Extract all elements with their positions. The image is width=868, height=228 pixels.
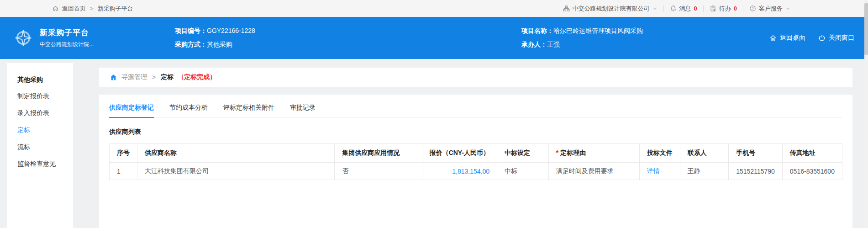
cell-supplier-name: 大江科技集团有限公司: [137, 163, 335, 180]
scrollbar-thumb[interactable]: [864, 3, 868, 55]
cell-bid-document: 详情: [639, 163, 680, 180]
cell-seq: 1: [110, 163, 137, 180]
cell-award-reason: 满足时间及费用要求: [548, 163, 639, 180]
topbar-separator: >: [90, 5, 94, 12]
power-icon: [818, 34, 826, 42]
tab-label: 审批记录: [290, 104, 316, 111]
vertical-scrollbar[interactable]: [864, 0, 868, 228]
organization-icon: [563, 5, 570, 12]
project-name-label: 项目名称：: [521, 27, 553, 34]
clipboard-icon: [710, 5, 716, 12]
app-header: 新采购子平台 中交公路规划设计院... 项目编号：GGY22166-1228 采…: [0, 17, 868, 59]
breadcrumb-home-icon[interactable]: [110, 74, 117, 81]
col-bid-setting: 中标设定: [497, 144, 549, 163]
close-window-button[interactable]: 关闭窗口: [818, 34, 854, 42]
sidebar-item-supervision-opinion[interactable]: 监督检查意见: [17, 155, 73, 172]
col-fax: 传真地址: [782, 144, 842, 163]
col-supplier-name: 供应商名称: [137, 144, 335, 163]
back-desktop-button[interactable]: 返回桌面: [769, 34, 805, 42]
table-row: 1 大江科技集团有限公司 否 1,813,154.00 中标 满足时间及费用要求…: [110, 163, 842, 180]
sidebar: 其他采购 制定报价表 录入报价表 定标 流标 监督检查意见: [7, 63, 73, 228]
supplier-table: 序号 供应商名称 集团供应商应用情况 报价（CNY-人民币） 中标设定 *定标理…: [109, 143, 842, 180]
sidebar-item-make-quote-sheet[interactable]: 制定报价表: [17, 88, 73, 105]
todo-button[interactable]: 待办 0: [710, 5, 737, 13]
sidebar-item-label: 制定报价表: [17, 92, 49, 101]
breadcrumb-separator: >: [152, 74, 156, 81]
sidebar-item-label: 定标: [17, 126, 30, 134]
svg-text:?: ?: [752, 6, 753, 11]
tab-cost-saving-analysis[interactable]: 节约成本分析: [169, 104, 208, 118]
col-phone: 手机号: [729, 144, 783, 163]
chevron-down-icon: [785, 6, 790, 11]
cell-price: 1,813,154.00: [422, 163, 497, 180]
tab-bar: 供应商定标登记 节约成本分析 评标定标相关附件 审批记录: [109, 95, 842, 118]
customer-service-menu[interactable]: ? 客户服务: [749, 5, 790, 13]
purchase-method-value: 其他采购: [207, 41, 232, 48]
project-name-value: 哈尔巴岭运维管理项目风阀采购: [553, 27, 643, 34]
breadcrumb-current: 定标: [161, 73, 174, 81]
cell-fax: 0516-83551600: [782, 163, 842, 180]
topbar-platform-crumb: 新采购子平台: [98, 5, 133, 13]
col-award-reason: *定标理由: [548, 144, 639, 163]
col-seq: 序号: [110, 144, 137, 163]
required-marker: *: [556, 149, 558, 156]
supplier-list-title: 供应商列表: [109, 128, 842, 136]
desktop-home-icon: [769, 34, 777, 42]
close-window-label: 关闭窗口: [829, 34, 854, 42]
tab-label: 节约成本分析: [169, 104, 208, 111]
todo-count-badge: 0: [734, 5, 737, 12]
col-contact: 联系人: [680, 144, 728, 163]
tab-label: 供应商定标登记: [109, 104, 154, 111]
sidebar-item-label: 录入报价表: [17, 109, 49, 117]
company-name: 中交公路规划设计院有限公司: [573, 5, 650, 13]
col-group-usage: 集团供应商应用情况: [335, 144, 422, 163]
project-meta-left: 项目编号：GGY22166-1228 采购方式：其他采购: [175, 17, 255, 59]
col-bid-document: 投标文件: [639, 144, 680, 163]
customer-service-label: 客户服务: [759, 5, 783, 13]
handler-value: 王强: [547, 41, 560, 48]
messages-label: 消息: [679, 5, 691, 13]
project-meta-right: 项目名称：哈尔巴岭运维管理项目风阀采购 承办人：王强: [521, 17, 643, 59]
divider: [743, 5, 743, 12]
cell-contact: 王静: [680, 163, 728, 180]
divider: [663, 5, 664, 12]
platform-logo-icon: [13, 27, 34, 48]
platform-title: 新采购子平台: [40, 27, 94, 38]
tab-label: 评标定标相关附件: [223, 104, 274, 111]
platform-subtitle: 中交公路规划设计院...: [40, 41, 94, 48]
sidebar-item-award[interactable]: 定标: [17, 122, 73, 138]
home-outline-icon: [52, 5, 59, 12]
breadcrumb: 寻源管理 > 定标 （定标完成）: [99, 68, 852, 87]
cell-bid-setting: 中标: [497, 163, 549, 180]
breadcrumb-status: （定标完成）: [178, 73, 216, 81]
main-panel: 供应商定标登记 节约成本分析 评标定标相关附件 审批记录 供应商列表 序号 供应…: [99, 95, 852, 228]
sidebar-item-label: 监督检查意见: [17, 160, 56, 168]
messages-button[interactable]: 消息 0: [670, 5, 697, 13]
todo-label: 待办: [719, 5, 731, 13]
project-no-label: 项目编号：: [175, 27, 207, 34]
sidebar-item-failed-bid[interactable]: 流标: [17, 138, 73, 155]
breadcrumb-section[interactable]: 寻源管理: [121, 73, 147, 81]
back-desktop-label: 返回桌面: [780, 34, 805, 42]
col-award-reason-label: 定标理由: [560, 149, 586, 156]
bid-document-detail-link[interactable]: 详情: [647, 167, 660, 175]
tab-supplier-award-registration[interactable]: 供应商定标登记: [109, 104, 154, 118]
company-switcher[interactable]: 中交公路规划设计院有限公司: [563, 5, 658, 13]
cell-phone: 15152115790: [729, 163, 783, 180]
tab-approval-records[interactable]: 审批记录: [290, 104, 316, 118]
sidebar-item-label: 流标: [17, 143, 30, 151]
col-price: 报价（CNY-人民币）: [422, 144, 497, 163]
header-actions: 返回桌面 关闭窗口: [769, 17, 854, 59]
bell-icon: [670, 5, 677, 12]
purchase-method-label: 采购方式：: [175, 41, 207, 48]
divider: [703, 5, 704, 12]
tab-evaluation-attachments[interactable]: 评标定标相关附件: [223, 104, 274, 118]
back-home-link[interactable]: 返回首页: [62, 5, 86, 13]
handler-label: 承办人：: [521, 41, 547, 48]
question-circle-icon: ?: [749, 5, 756, 12]
project-no-value: GGY22166-1228: [207, 27, 255, 34]
cell-group-usage: 否: [335, 163, 422, 180]
sidebar-item-enter-quote-sheet[interactable]: 录入报价表: [17, 105, 73, 122]
brand: 新采购子平台 中交公路规划设计院...: [13, 17, 94, 59]
chevron-down-icon: [652, 6, 658, 11]
